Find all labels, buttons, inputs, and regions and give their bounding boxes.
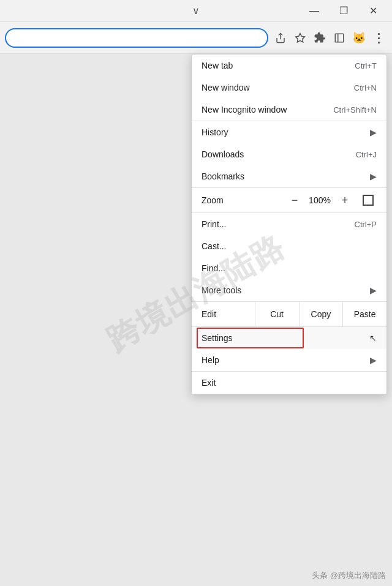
share-icon[interactable] (272, 29, 289, 47)
cursor-icon: ↖ (369, 333, 377, 343)
menu-section-nav: History ▶ Downloads Ctrl+J Bookmarks ▶ (192, 121, 386, 188)
menu-item-history[interactable]: History ▶ (192, 121, 386, 143)
zoom-plus-button[interactable]: + (335, 190, 355, 210)
menu-item-help[interactable]: Help ▶ (192, 349, 386, 371)
close-button[interactable]: ✕ (359, 1, 387, 21)
extensions-icon[interactable] (311, 29, 328, 47)
menu-item-new-window[interactable]: New window Ctrl+N (192, 77, 386, 99)
zoom-value: 100% (304, 195, 335, 205)
more-menu-icon[interactable]: ⋮ (370, 29, 387, 47)
zoom-row: Zoom − 100% + (192, 188, 386, 213)
menu-section-new: New tab Ctrl+T New window Ctrl+N New Inc… (192, 54, 386, 121)
menu-section-settings: Settings ↖ Help ▶ (192, 327, 386, 372)
svg-marker-1 (296, 33, 305, 42)
address-bar[interactable] (5, 28, 268, 48)
window-controls: — ❐ ✕ (300, 1, 387, 21)
zoom-controls: − 100% + (285, 190, 355, 210)
minimize-button[interactable]: — (300, 1, 328, 21)
address-bar-row: 🐱 ⋮ (0, 22, 392, 54)
menu-item-new-tab[interactable]: New tab Ctrl+T (192, 54, 386, 77)
bottom-watermark: 头条 @跨境出海陆路 (312, 570, 386, 581)
cut-button[interactable]: Cut (255, 302, 299, 326)
toolbar-icons: 🐱 ⋮ (272, 29, 387, 47)
paste-button[interactable]: Paste (342, 302, 386, 326)
chevron-down-icon: ∨ (192, 5, 200, 17)
menu-section-exit: Exit (192, 372, 386, 394)
sidebar-toggle-icon[interactable] (331, 29, 348, 47)
menu-item-bookmarks[interactable]: Bookmarks ▶ (192, 165, 386, 187)
menu-item-settings[interactable]: Settings ↖ (192, 327, 386, 349)
menu-item-downloads[interactable]: Downloads Ctrl+J (192, 143, 386, 165)
menu-item-more-tools[interactable]: More tools ▶ (192, 279, 386, 301)
zoom-minus-button[interactable]: − (285, 190, 304, 210)
menu-item-find[interactable]: Find... (192, 257, 386, 279)
fullscreen-icon (363, 195, 374, 206)
fullscreen-button[interactable] (360, 192, 377, 209)
title-bar: ∨ — ❐ ✕ (0, 0, 392, 22)
edit-label: Edit (192, 302, 255, 326)
menu-item-incognito[interactable]: New Incognito window Ctrl+Shift+N (192, 99, 386, 121)
copy-button[interactable]: Copy (299, 302, 343, 326)
chrome-menu: New tab Ctrl+T New window Ctrl+N New Inc… (191, 54, 387, 395)
svg-rect-2 (335, 34, 344, 42)
menu-item-print[interactable]: Print... Ctrl+P (192, 213, 386, 235)
cat-icon[interactable]: 🐱 (350, 29, 368, 47)
menu-section-tools: Print... Ctrl+P Cast... Find... More too… (192, 213, 386, 302)
restore-button[interactable]: ❐ (330, 1, 358, 21)
menu-item-exit[interactable]: Exit (192, 372, 386, 394)
edit-row: Edit Cut Copy Paste (192, 302, 386, 327)
menu-item-cast[interactable]: Cast... (192, 235, 386, 257)
bookmark-icon[interactable] (292, 29, 309, 47)
